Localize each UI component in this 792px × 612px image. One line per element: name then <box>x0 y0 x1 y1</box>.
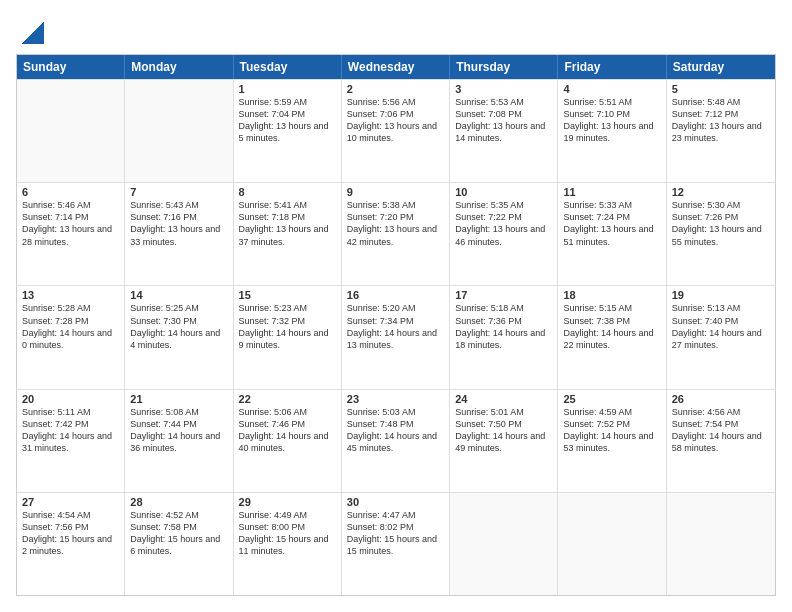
calendar-cell: 10Sunrise: 5:35 AM Sunset: 7:22 PM Dayli… <box>450 183 558 285</box>
calendar-cell: 13Sunrise: 5:28 AM Sunset: 7:28 PM Dayli… <box>17 286 125 388</box>
day-number: 23 <box>347 393 444 405</box>
day-number: 21 <box>130 393 227 405</box>
calendar-cell: 1Sunrise: 5:59 AM Sunset: 7:04 PM Daylig… <box>234 80 342 182</box>
header-day-sunday: Sunday <box>17 55 125 79</box>
day-info: Sunrise: 5:48 AM Sunset: 7:12 PM Dayligh… <box>672 96 770 145</box>
day-info: Sunrise: 5:56 AM Sunset: 7:06 PM Dayligh… <box>347 96 444 145</box>
day-info: Sunrise: 5:43 AM Sunset: 7:16 PM Dayligh… <box>130 199 227 248</box>
day-number: 7 <box>130 186 227 198</box>
calendar-cell: 28Sunrise: 4:52 AM Sunset: 7:58 PM Dayli… <box>125 493 233 595</box>
calendar-cell <box>17 80 125 182</box>
day-info: Sunrise: 5:41 AM Sunset: 7:18 PM Dayligh… <box>239 199 336 248</box>
day-number: 5 <box>672 83 770 95</box>
day-info: Sunrise: 5:51 AM Sunset: 7:10 PM Dayligh… <box>563 96 660 145</box>
day-number: 22 <box>239 393 336 405</box>
day-info: Sunrise: 5:18 AM Sunset: 7:36 PM Dayligh… <box>455 302 552 351</box>
day-number: 10 <box>455 186 552 198</box>
day-number: 27 <box>22 496 119 508</box>
calendar-cell: 3Sunrise: 5:53 AM Sunset: 7:08 PM Daylig… <box>450 80 558 182</box>
day-number: 25 <box>563 393 660 405</box>
calendar-header: SundayMondayTuesdayWednesdayThursdayFrid… <box>17 55 775 79</box>
day-number: 29 <box>239 496 336 508</box>
day-info: Sunrise: 4:47 AM Sunset: 8:02 PM Dayligh… <box>347 509 444 558</box>
calendar-cell <box>667 493 775 595</box>
calendar-cell: 15Sunrise: 5:23 AM Sunset: 7:32 PM Dayli… <box>234 286 342 388</box>
day-info: Sunrise: 5:59 AM Sunset: 7:04 PM Dayligh… <box>239 96 336 145</box>
calendar-cell: 12Sunrise: 5:30 AM Sunset: 7:26 PM Dayli… <box>667 183 775 285</box>
calendar-week-1: 1Sunrise: 5:59 AM Sunset: 7:04 PM Daylig… <box>17 79 775 182</box>
calendar-cell: 25Sunrise: 4:59 AM Sunset: 7:52 PM Dayli… <box>558 390 666 492</box>
calendar-cell: 9Sunrise: 5:38 AM Sunset: 7:20 PM Daylig… <box>342 183 450 285</box>
day-number: 14 <box>130 289 227 301</box>
header-day-thursday: Thursday <box>450 55 558 79</box>
header-day-tuesday: Tuesday <box>234 55 342 79</box>
calendar-cell: 2Sunrise: 5:56 AM Sunset: 7:06 PM Daylig… <box>342 80 450 182</box>
day-number: 16 <box>347 289 444 301</box>
day-number: 6 <box>22 186 119 198</box>
day-number: 24 <box>455 393 552 405</box>
day-info: Sunrise: 5:23 AM Sunset: 7:32 PM Dayligh… <box>239 302 336 351</box>
day-number: 12 <box>672 186 770 198</box>
logo: General Blue <box>16 16 52 44</box>
calendar-week-5: 27Sunrise: 4:54 AM Sunset: 7:56 PM Dayli… <box>17 492 775 595</box>
header-day-friday: Friday <box>558 55 666 79</box>
day-info: Sunrise: 5:15 AM Sunset: 7:38 PM Dayligh… <box>563 302 660 351</box>
day-info: Sunrise: 5:01 AM Sunset: 7:50 PM Dayligh… <box>455 406 552 455</box>
calendar-cell: 18Sunrise: 5:15 AM Sunset: 7:38 PM Dayli… <box>558 286 666 388</box>
calendar-cell: 27Sunrise: 4:54 AM Sunset: 7:56 PM Dayli… <box>17 493 125 595</box>
day-number: 28 <box>130 496 227 508</box>
header-day-monday: Monday <box>125 55 233 79</box>
day-info: Sunrise: 4:56 AM Sunset: 7:54 PM Dayligh… <box>672 406 770 455</box>
calendar-cell: 17Sunrise: 5:18 AM Sunset: 7:36 PM Dayli… <box>450 286 558 388</box>
day-info: Sunrise: 5:20 AM Sunset: 7:34 PM Dayligh… <box>347 302 444 351</box>
calendar-cell: 8Sunrise: 5:41 AM Sunset: 7:18 PM Daylig… <box>234 183 342 285</box>
calendar-cell <box>125 80 233 182</box>
day-number: 9 <box>347 186 444 198</box>
day-info: Sunrise: 5:03 AM Sunset: 7:48 PM Dayligh… <box>347 406 444 455</box>
calendar-cell: 6Sunrise: 5:46 AM Sunset: 7:14 PM Daylig… <box>17 183 125 285</box>
day-info: Sunrise: 5:08 AM Sunset: 7:44 PM Dayligh… <box>130 406 227 455</box>
calendar-cell: 29Sunrise: 4:49 AM Sunset: 8:00 PM Dayli… <box>234 493 342 595</box>
day-number: 30 <box>347 496 444 508</box>
calendar-cell: 20Sunrise: 5:11 AM Sunset: 7:42 PM Dayli… <box>17 390 125 492</box>
calendar-cell: 21Sunrise: 5:08 AM Sunset: 7:44 PM Dayli… <box>125 390 233 492</box>
calendar-cell: 22Sunrise: 5:06 AM Sunset: 7:46 PM Dayli… <box>234 390 342 492</box>
day-number: 15 <box>239 289 336 301</box>
calendar-week-2: 6Sunrise: 5:46 AM Sunset: 7:14 PM Daylig… <box>17 182 775 285</box>
day-info: Sunrise: 5:53 AM Sunset: 7:08 PM Dayligh… <box>455 96 552 145</box>
day-number: 17 <box>455 289 552 301</box>
day-number: 4 <box>563 83 660 95</box>
day-number: 13 <box>22 289 119 301</box>
day-info: Sunrise: 4:54 AM Sunset: 7:56 PM Dayligh… <box>22 509 119 558</box>
day-info: Sunrise: 5:35 AM Sunset: 7:22 PM Dayligh… <box>455 199 552 248</box>
day-number: 3 <box>455 83 552 95</box>
day-number: 19 <box>672 289 770 301</box>
calendar-cell: 4Sunrise: 5:51 AM Sunset: 7:10 PM Daylig… <box>558 80 666 182</box>
header-day-wednesday: Wednesday <box>342 55 450 79</box>
day-info: Sunrise: 5:30 AM Sunset: 7:26 PM Dayligh… <box>672 199 770 248</box>
day-info: Sunrise: 4:52 AM Sunset: 7:58 PM Dayligh… <box>130 509 227 558</box>
calendar-cell: 26Sunrise: 4:56 AM Sunset: 7:54 PM Dayli… <box>667 390 775 492</box>
day-number: 11 <box>563 186 660 198</box>
calendar-cell: 23Sunrise: 5:03 AM Sunset: 7:48 PM Dayli… <box>342 390 450 492</box>
calendar-week-3: 13Sunrise: 5:28 AM Sunset: 7:28 PM Dayli… <box>17 285 775 388</box>
day-number: 1 <box>239 83 336 95</box>
day-number: 26 <box>672 393 770 405</box>
day-number: 20 <box>22 393 119 405</box>
calendar-cell: 11Sunrise: 5:33 AM Sunset: 7:24 PM Dayli… <box>558 183 666 285</box>
calendar: SundayMondayTuesdayWednesdayThursdayFrid… <box>16 54 776 596</box>
calendar-week-4: 20Sunrise: 5:11 AM Sunset: 7:42 PM Dayli… <box>17 389 775 492</box>
calendar-cell: 16Sunrise: 5:20 AM Sunset: 7:34 PM Dayli… <box>342 286 450 388</box>
day-info: Sunrise: 5:25 AM Sunset: 7:30 PM Dayligh… <box>130 302 227 351</box>
day-info: Sunrise: 5:46 AM Sunset: 7:14 PM Dayligh… <box>22 199 119 248</box>
day-info: Sunrise: 4:59 AM Sunset: 7:52 PM Dayligh… <box>563 406 660 455</box>
day-info: Sunrise: 5:38 AM Sunset: 7:20 PM Dayligh… <box>347 199 444 248</box>
day-info: Sunrise: 5:11 AM Sunset: 7:42 PM Dayligh… <box>22 406 119 455</box>
calendar-cell <box>558 493 666 595</box>
day-info: Sunrise: 5:13 AM Sunset: 7:40 PM Dayligh… <box>672 302 770 351</box>
day-number: 8 <box>239 186 336 198</box>
calendar-cell: 19Sunrise: 5:13 AM Sunset: 7:40 PM Dayli… <box>667 286 775 388</box>
day-info: Sunrise: 4:49 AM Sunset: 8:00 PM Dayligh… <box>239 509 336 558</box>
calendar-cell <box>450 493 558 595</box>
calendar-cell: 5Sunrise: 5:48 AM Sunset: 7:12 PM Daylig… <box>667 80 775 182</box>
